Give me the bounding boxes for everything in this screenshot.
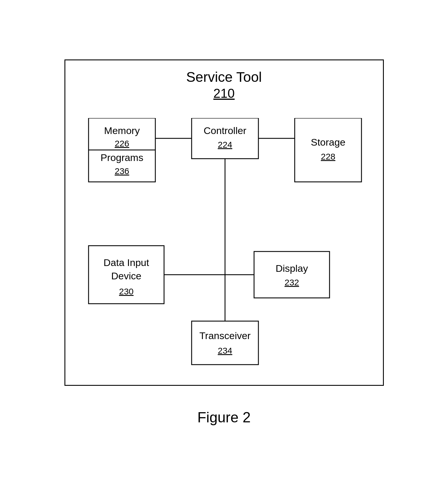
data-input-label2: Device (111, 270, 141, 281)
memory-label: Memory (104, 125, 140, 136)
svg-rect-3 (295, 118, 361, 182)
memory-ref: 226 (114, 139, 129, 148)
service-tool-ref: 210 (80, 86, 368, 101)
service-tool-box: Service Tool 210 Memory 226 Programs 236… (64, 59, 384, 386)
display-ref: 232 (284, 278, 299, 287)
diagram-area: Service Tool 210 Memory 226 Programs 236… (50, 59, 398, 426)
transceiver-ref: 234 (217, 346, 232, 355)
controller-ref: 224 (217, 140, 232, 149)
service-tool-title: Service Tool 210 (80, 69, 368, 101)
transceiver-label: Transceiver (199, 330, 250, 341)
storage-label: Storage (311, 137, 345, 148)
programs-ref: 236 (114, 166, 129, 176)
svg-rect-2 (192, 118, 258, 159)
svg-rect-10 (192, 321, 258, 365)
controller-label: Controller (204, 125, 246, 136)
display-label: Display (276, 263, 308, 274)
diagram-svg: Memory 226 Programs 236 Controller 224 S… (80, 118, 370, 368)
figure-caption: Figure 2 (197, 409, 251, 426)
data-input-label1: Data Input (103, 257, 149, 268)
service-tool-label: Service Tool (80, 69, 368, 85)
programs-label: Programs (100, 152, 143, 163)
storage-ref: 228 (321, 152, 335, 161)
page: Service Tool 210 Memory 226 Programs 236… (0, 0, 448, 485)
data-input-ref: 230 (119, 287, 133, 296)
svg-rect-8 (254, 251, 330, 298)
